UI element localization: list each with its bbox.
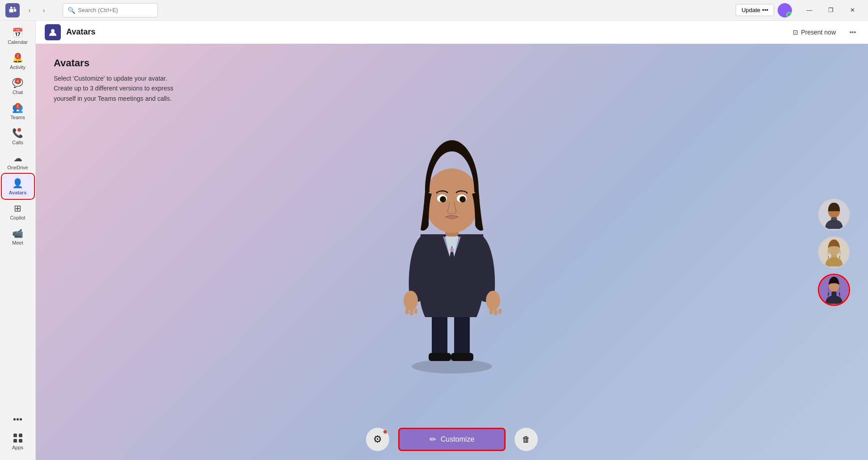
- sidebar-item-chat[interactable]: 💬 4 Chat: [3, 74, 33, 98]
- teams-icon: 👥 2: [12, 102, 24, 114]
- avatar-svg: [362, 71, 541, 424]
- sidebar-item-activity[interactable]: 🔔 2 Activity: [3, 49, 33, 73]
- search-icon: 🔍: [68, 7, 75, 14]
- teams-logo: [5, 3, 20, 17]
- svg-rect-17: [489, 308, 493, 314]
- settings-gear-button[interactable]: ⚙: [366, 428, 389, 451]
- more-icon: •••: [12, 413, 24, 425]
- svg-rect-2: [13, 434, 17, 437]
- teams-badge: 2: [15, 103, 21, 109]
- svg-rect-14: [405, 308, 409, 314]
- svg-point-27: [460, 197, 463, 200]
- window-controls: — ❐ ✕: [799, 3, 863, 17]
- sidebar-label-calendar: Calendar: [8, 39, 28, 45]
- calendar-icon: 📅: [12, 27, 24, 39]
- avatar-bottom-controls: ⚙ ✏ Customize 🗑: [366, 428, 538, 451]
- avatar-main-area: Avatars Select 'Customize' to update you…: [36, 44, 868, 460]
- present-now-button[interactable]: ⊡ Present now: [787, 26, 842, 39]
- avatar-thumb-1[interactable]: [818, 198, 850, 231]
- gear-icon: ⚙: [373, 434, 382, 445]
- sidebar-label-copilot: Copilot: [10, 215, 25, 220]
- sidebar-label-calls: Calls: [12, 140, 23, 145]
- sidebar-item-calendar[interactable]: 📅 Calendar: [3, 24, 33, 47]
- avatar-3d-container: [362, 71, 541, 424]
- svg-rect-8: [432, 310, 447, 360]
- svg-rect-9: [454, 310, 470, 360]
- sidebar-item-calls[interactable]: 📞 Calls: [3, 125, 33, 148]
- meet-icon: 📹: [12, 228, 24, 239]
- svg-rect-16: [414, 309, 417, 314]
- sidebar-item-onedrive[interactable]: ☁ OneDrive: [3, 150, 33, 173]
- avatar-desc-line1: Select 'Customize' to update your avatar…: [54, 73, 173, 83]
- sidebar-item-teams[interactable]: 👥 2 Teams: [3, 99, 33, 123]
- sidebar-item-meet[interactable]: 📹 Meet: [3, 225, 33, 248]
- close-button[interactable]: ✕: [842, 3, 863, 17]
- activity-badge: 2: [15, 53, 21, 59]
- trash-icon: 🗑: [522, 435, 530, 444]
- svg-rect-15: [410, 310, 413, 315]
- nav-arrows: ‹ ›: [23, 4, 50, 17]
- onedrive-icon: ☁: [12, 152, 24, 164]
- svg-rect-10: [429, 353, 451, 361]
- update-button[interactable]: Update •••: [736, 4, 774, 16]
- minimize-button[interactable]: —: [799, 3, 820, 17]
- user-avatar[interactable]: [778, 3, 792, 17]
- avatar-desc-line2: Create up to 3 different versions to exp…: [54, 83, 173, 93]
- sidebar: 📅 Calendar 🔔 2 Activity 💬 4 Chat 👥 2: [0, 21, 36, 460]
- avatar-info: Avatars Select 'Customize' to update you…: [54, 57, 173, 103]
- app-header: Avatars ⊡ Present now •••: [36, 21, 868, 44]
- svg-rect-5: [19, 439, 22, 443]
- avatar-thumb-2[interactable]: [818, 236, 850, 268]
- avatar-thumb-3[interactable]: [818, 274, 850, 306]
- svg-point-13: [486, 291, 500, 310]
- svg-point-12: [404, 291, 418, 310]
- app-header-left: Avatars: [45, 24, 95, 40]
- search-bar[interactable]: 🔍: [63, 3, 158, 17]
- avatars-icon: 👤: [12, 177, 24, 189]
- sidebar-item-more[interactable]: •••: [3, 411, 33, 428]
- svg-point-1: [10, 6, 13, 9]
- apps-icon: [12, 432, 24, 444]
- content-area: Avatars ⊡ Present now ••• Avatars Select…: [36, 21, 868, 460]
- sidebar-item-copilot[interactable]: ⊞ Copilot: [3, 200, 33, 223]
- avatar-main-title: Avatars: [54, 57, 173, 69]
- delete-button[interactable]: 🗑: [515, 428, 538, 451]
- app-title: Avatars: [66, 27, 95, 37]
- calls-badge-dot: [17, 128, 21, 132]
- nav-back-button[interactable]: ‹: [23, 4, 36, 17]
- chat-badge: 4: [15, 78, 21, 84]
- sidebar-item-avatars[interactable]: 👤 Avatars: [3, 175, 33, 198]
- sidebar-label-apps: Apps: [12, 445, 23, 450]
- svg-point-7: [412, 359, 492, 374]
- avatar-selector: [818, 198, 850, 306]
- title-bar-right: Update ••• — ❐ ✕: [736, 3, 863, 17]
- update-label: Update: [741, 7, 760, 13]
- svg-rect-3: [19, 434, 22, 437]
- chat-icon: 💬 4: [12, 77, 24, 89]
- svg-point-26: [441, 197, 443, 200]
- copilot-icon: ⊞: [12, 202, 24, 214]
- sidebar-label-avatars: Avatars: [9, 190, 27, 195]
- customize-button[interactable]: ✏ Customize: [398, 428, 506, 451]
- nav-forward-button[interactable]: ›: [38, 4, 50, 17]
- gear-badge-dot: [383, 430, 387, 434]
- pencil-icon: ✏: [430, 434, 436, 444]
- svg-point-0: [13, 7, 15, 9]
- app-more-button[interactable]: •••: [847, 26, 859, 39]
- app-icon: [45, 24, 61, 40]
- sidebar-label-chat: Chat: [13, 90, 23, 95]
- svg-point-6: [51, 29, 55, 33]
- activity-icon: 🔔 2: [12, 52, 24, 64]
- sidebar-item-apps[interactable]: Apps: [3, 430, 33, 453]
- title-bar: ‹ › 🔍 Update ••• — ❐ ✕: [0, 0, 868, 21]
- svg-rect-11: [451, 353, 473, 361]
- maximize-button[interactable]: ❐: [821, 3, 841, 17]
- svg-point-21: [424, 168, 480, 233]
- search-input[interactable]: [78, 7, 153, 13]
- present-label: Present now: [801, 29, 836, 36]
- sidebar-label-onedrive: OneDrive: [7, 165, 28, 170]
- sidebar-bottom: ••• Apps: [3, 411, 33, 456]
- avatar-description: Select 'Customize' to update your avatar…: [54, 73, 173, 103]
- present-icon: ⊡: [793, 29, 798, 36]
- svg-rect-18: [494, 310, 498, 315]
